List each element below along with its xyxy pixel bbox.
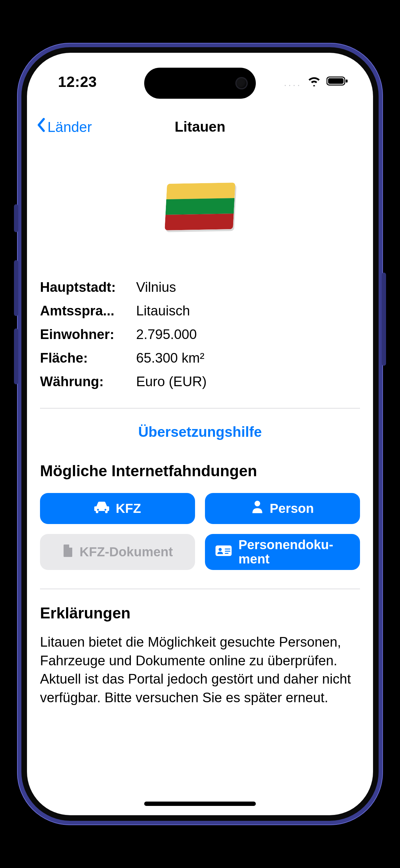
search-kfz-button[interactable]: KFZ — [40, 493, 195, 524]
svg-rect-6 — [225, 551, 230, 552]
power-button — [382, 273, 386, 366]
search-kfz-doc-button: KFZ-Dokument — [40, 534, 195, 570]
chevron-left-icon — [36, 118, 45, 136]
info-label: Amtsspra... — [40, 303, 127, 318]
status-time: 12:23 — [58, 73, 97, 90]
svg-rect-2 — [346, 80, 347, 83]
searches-heading: Mögliche Internetfahndungen — [40, 462, 360, 480]
volume-down-button — [14, 329, 18, 384]
home-indicator[interactable] — [144, 802, 256, 806]
flag-stripe-2 — [166, 198, 235, 215]
svg-rect-5 — [225, 549, 230, 550]
flag-stripe-3 — [165, 214, 234, 230]
explanations-body: Litauen bietet die Möglichkeit gesuchte … — [40, 633, 360, 707]
flag-stripe-1 — [166, 183, 235, 199]
car-icon — [94, 501, 109, 516]
button-label: KFZ-Dokument — [80, 545, 173, 559]
explanations-heading: Erklärungen — [40, 604, 360, 622]
sim-dots: .... — [284, 78, 302, 88]
volume-up-button — [14, 260, 18, 316]
divider — [40, 589, 360, 589]
translate-link[interactable]: Übersetzungshilfe — [40, 424, 360, 440]
button-label: KFZ — [116, 501, 141, 516]
info-value: 2.795.000 — [136, 327, 360, 342]
info-value: Euro (EUR) — [136, 374, 360, 389]
id-card-icon — [215, 544, 232, 560]
info-label: Währung: — [40, 374, 127, 389]
phone-bezel: 12:23 .... — [22, 47, 378, 821]
svg-rect-1 — [328, 78, 343, 84]
button-label: Personendoku­ment — [238, 538, 350, 566]
info-value: Litauisch — [136, 303, 360, 318]
svg-point-4 — [219, 548, 222, 551]
info-value: Vilnius — [136, 279, 360, 295]
content[interactable]: Hauptstadt: Vilnius Amtsspra... Litauisc… — [27, 146, 373, 781]
search-person-doc-button[interactable]: Personendoku­ment — [205, 534, 360, 570]
flag-wrap — [40, 183, 360, 230]
person-icon — [251, 500, 264, 517]
document-icon — [62, 544, 73, 560]
status-bar: 12:23 .... — [27, 65, 373, 99]
status-indicators: .... — [284, 76, 348, 88]
screen: 12:23 .... — [27, 53, 373, 815]
phone-frame: 12:23 .... — [17, 43, 383, 825]
svg-rect-7 — [225, 553, 229, 554]
button-label: Person — [270, 501, 314, 516]
navbar: Länder Litauen — [27, 111, 373, 142]
search-person-button[interactable]: Person — [205, 493, 360, 524]
battery-icon — [327, 76, 348, 88]
info-label: Fläche: — [40, 350, 127, 366]
wifi-icon — [307, 76, 321, 88]
back-button[interactable]: Länder — [36, 118, 92, 136]
divider — [40, 408, 360, 408]
stage: 12:23 .... — [0, 0, 400, 868]
search-grid: KFZ Person KFZ-Dokument — [40, 493, 360, 570]
back-label: Länder — [47, 118, 92, 135]
info-value: 65.300 km² — [136, 350, 360, 366]
country-flag — [165, 183, 235, 230]
info-label: Einwohner: — [40, 327, 127, 342]
info-table: Hauptstadt: Vilnius Amtsspra... Litauisc… — [40, 279, 360, 389]
info-label: Hauptstadt: — [40, 279, 127, 295]
page-title: Litauen — [174, 118, 226, 135]
mute-switch — [14, 204, 18, 232]
